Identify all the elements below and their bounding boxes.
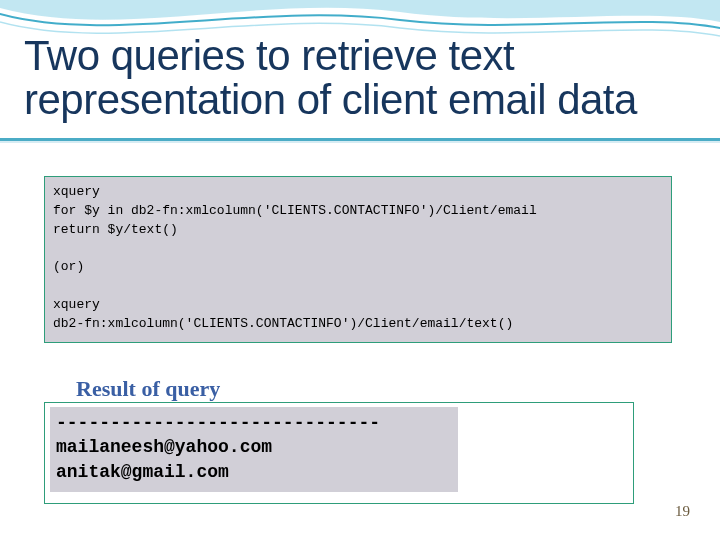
result-row: anitak@gmail.com [56,462,229,482]
query-code-block: xquery for $y in db2-fn:xmlcolumn('CLIEN… [44,176,672,343]
slide-title: Two queries to retrieve text representat… [24,34,696,122]
result-output: ------------------------------ mailanees… [50,407,458,492]
result-heading: Result of query [76,376,220,402]
title-underline [0,138,720,141]
result-row: mailaneesh@yahoo.com [56,437,272,457]
page-number: 19 [675,503,690,520]
slide: Two queries to retrieve text representat… [0,0,720,540]
result-divider: ------------------------------ [56,413,380,433]
